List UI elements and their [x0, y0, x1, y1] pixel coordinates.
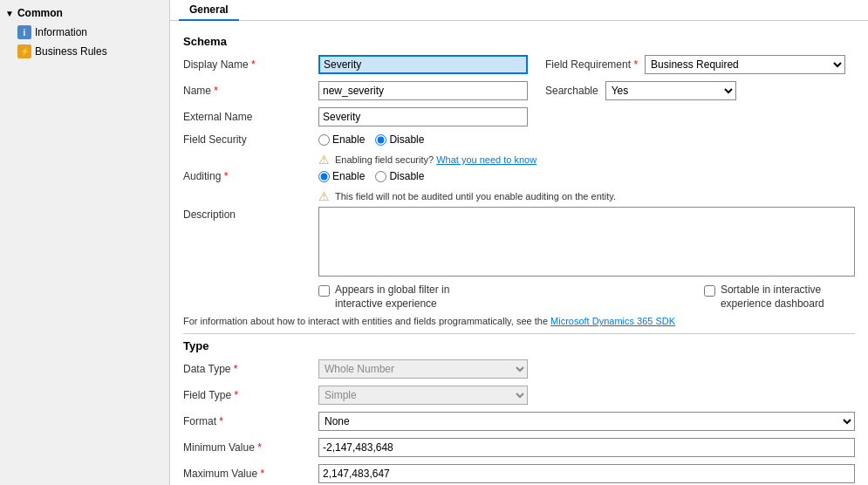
info-row: For information about how to interact wi…	[183, 316, 855, 326]
field-security-disable-label[interactable]: Disable	[375, 133, 424, 146]
tab-general[interactable]: General	[179, 0, 239, 21]
auditing-radio-group: Enable Disable	[318, 170, 424, 182]
field-security-warning-text: Enabling field security? What you need t…	[335, 154, 537, 165]
warning-icon: ⚠	[318, 153, 330, 167]
field-security-radio-group: Enable Disable	[318, 133, 424, 146]
field-security-warning-row: ⚠ Enabling field security? What you need…	[318, 153, 855, 167]
sdk-link[interactable]: Microsoft Dynamics 365 SDK	[550, 316, 675, 326]
data-type-select[interactable]: Whole Number	[318, 359, 528, 379]
data-type-label: Data Type *	[183, 363, 318, 375]
sidebar-item-business-rules[interactable]: Business Rules	[0, 42, 169, 61]
description-row: Description	[183, 207, 855, 277]
tab-bar: General	[170, 0, 868, 21]
auditing-warning-row: ⚠ This field will not be audited until y…	[318, 189, 855, 203]
rules-icon	[17, 44, 31, 58]
checkboxes-row: Appears in global filter in interactive …	[318, 283, 855, 311]
info-icon	[17, 25, 31, 39]
name-row: Name * Searchable Yes No	[183, 81, 855, 100]
sortable-checkbox-item: Sortable in interactive experience dashb…	[704, 283, 855, 311]
format-label: Format *	[183, 415, 318, 427]
name-input[interactable]	[318, 81, 528, 100]
sidebar-item-information-label: Information	[35, 26, 87, 38]
maximum-value-row: Maximum Value *	[183, 464, 855, 483]
appears-checkbox-item: Appears in global filter in interactive …	[318, 283, 469, 311]
name-label: Name *	[183, 85, 318, 97]
auditing-enable-radio[interactable]	[318, 171, 330, 182]
external-name-row: External Name	[183, 107, 855, 126]
sidebar-item-information[interactable]: Information	[0, 23, 169, 42]
field-type-label: Field Type *	[183, 389, 318, 401]
auditing-warning-icon: ⚠	[318, 189, 330, 203]
field-security-enable-radio[interactable]	[318, 134, 330, 146]
content-area: Schema Display Name * Field Requirement …	[170, 21, 868, 485]
field-security-label: Field Security	[183, 133, 318, 146]
format-select[interactable]: None	[318, 412, 855, 431]
maximum-value-input[interactable]	[318, 464, 855, 483]
field-security-enable-label[interactable]: Enable	[318, 133, 365, 146]
minimum-value-label: Minimum Value *	[183, 441, 318, 454]
external-name-input[interactable]	[318, 107, 528, 126]
field-requirement-section: Field Requirement * Business Required Re…	[545, 55, 845, 74]
external-name-label: External Name	[183, 111, 318, 123]
field-type-row: Field Type * Simple	[183, 386, 855, 405]
sortable-checkbox[interactable]	[704, 285, 715, 297]
field-requirement-label: Field Requirement *	[545, 58, 638, 71]
sortable-label: Sortable in interactive experience dashb…	[721, 283, 855, 311]
expand-arrow: ▼	[5, 9, 14, 18]
display-name-input[interactable]	[318, 55, 528, 74]
format-row: Format * None	[183, 412, 855, 431]
field-requirement-select[interactable]: Business Required Required Optional	[645, 55, 845, 74]
type-section: Type Data Type * Whole Number Field Type…	[183, 339, 855, 485]
main-content: General Schema Display Name * Field Requ…	[170, 0, 868, 485]
display-name-required: *	[249, 58, 256, 71]
auditing-disable-label[interactable]: Disable	[375, 170, 424, 182]
sidebar: ▼ Common Information Business Rules	[0, 0, 170, 485]
description-label: Description	[183, 207, 318, 221]
searchable-section: Searchable Yes No	[545, 81, 736, 100]
data-type-row: Data Type * Whole Number	[183, 359, 855, 379]
field-security-disable-radio[interactable]	[375, 134, 386, 146]
minimum-value-input[interactable]	[318, 438, 855, 457]
appears-checkbox[interactable]	[318, 285, 330, 297]
searchable-label: Searchable	[545, 85, 598, 97]
sidebar-section-common[interactable]: ▼ Common	[0, 3, 169, 23]
field-security-link[interactable]: What you need to know	[436, 154, 537, 165]
searchable-select[interactable]: Yes No	[605, 81, 736, 100]
auditing-row: Auditing * Enable Disable	[183, 170, 855, 182]
sidebar-section-label: Common	[17, 7, 63, 19]
auditing-warning-text: This field will not be audited until you…	[335, 191, 616, 202]
auditing-enable-label[interactable]: Enable	[318, 170, 365, 182]
description-textarea[interactable]	[318, 207, 855, 277]
field-security-row: Field Security Enable Disable	[183, 133, 855, 146]
minimum-value-row: Minimum Value *	[183, 438, 855, 457]
auditing-label: Auditing *	[183, 170, 318, 182]
appears-label: Appears in global filter in interactive …	[335, 283, 469, 311]
auditing-disable-radio[interactable]	[375, 171, 386, 182]
type-section-title: Type	[183, 339, 855, 352]
divider	[183, 333, 855, 334]
display-name-row: Display Name * Field Requirement * Busin…	[183, 55, 855, 74]
display-name-label: Display Name *	[183, 58, 318, 71]
sidebar-item-business-rules-label: Business Rules	[35, 45, 107, 58]
maximum-value-label: Maximum Value *	[183, 468, 318, 480]
field-type-select[interactable]: Simple	[318, 386, 528, 405]
name-required: *	[211, 85, 218, 97]
schema-section-title: Schema	[183, 35, 855, 48]
